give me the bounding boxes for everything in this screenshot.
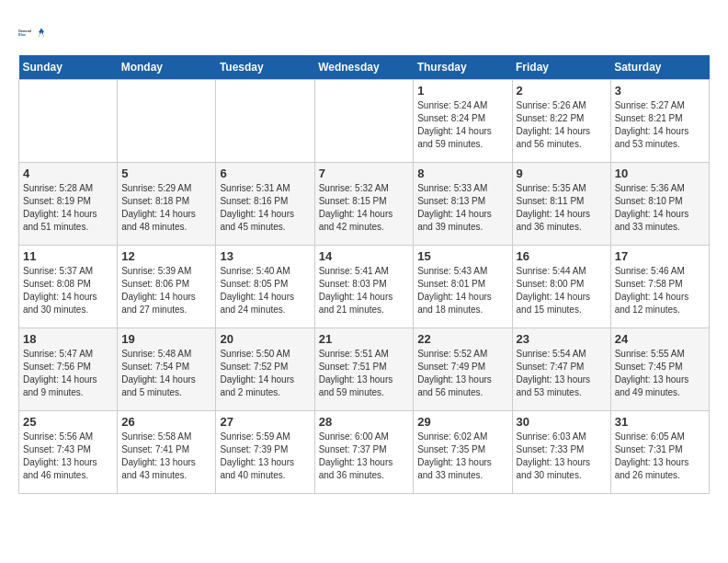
calendar-cell: 12Sunrise: 5:39 AMSunset: 8:06 PMDayligh… <box>118 246 216 328</box>
day-number: 15 <box>417 249 507 263</box>
week-row-2: 4Sunrise: 5:28 AMSunset: 8:19 PMDaylight… <box>19 163 710 246</box>
weekday-header-row: SundayMondayTuesdayWednesdayThursdayFrid… <box>19 55 710 80</box>
day-number: 2 <box>517 84 607 98</box>
day-info: Sunrise: 5:44 AMSunset: 8:00 PMDaylight:… <box>517 265 607 316</box>
calendar-cell: 13Sunrise: 5:40 AMSunset: 8:05 PMDayligh… <box>216 246 314 328</box>
day-info: Sunrise: 5:32 AMSunset: 8:15 PMDaylight:… <box>319 182 410 234</box>
calendar-cell: 5Sunrise: 5:29 AMSunset: 8:18 PMDaylight… <box>118 163 216 246</box>
day-info: Sunrise: 5:28 AMSunset: 8:19 PMDaylight:… <box>23 182 113 234</box>
week-row-5: 25Sunrise: 5:56 AMSunset: 7:43 PMDayligh… <box>19 411 710 494</box>
calendar-cell: 27Sunrise: 5:59 AMSunset: 7:39 PMDayligh… <box>216 411 314 494</box>
day-number: 11 <box>23 249 113 263</box>
calendar-cell: 20Sunrise: 5:50 AMSunset: 7:52 PMDayligh… <box>216 328 314 411</box>
calendar-cell: 24Sunrise: 5:55 AMSunset: 7:45 PMDayligh… <box>610 328 709 411</box>
day-number: 17 <box>615 249 705 263</box>
day-info: Sunrise: 5:43 AMSunset: 8:01 PMDaylight:… <box>417 265 507 316</box>
calendar-cell: 4Sunrise: 5:28 AMSunset: 8:19 PMDaylight… <box>19 163 118 246</box>
day-info: Sunrise: 5:52 AMSunset: 7:49 PMDaylight:… <box>417 348 507 399</box>
day-number: 18 <box>23 332 113 346</box>
calendar-cell: 23Sunrise: 5:54 AMSunset: 7:47 PMDayligh… <box>512 328 610 411</box>
day-number: 23 <box>517 332 607 346</box>
svg-marker-2 <box>39 29 44 37</box>
day-info: Sunrise: 5:35 AMSunset: 8:11 PMDaylight:… <box>517 182 607 234</box>
calendar-cell: 17Sunrise: 5:46 AMSunset: 7:58 PMDayligh… <box>610 246 709 328</box>
calendar-cell: 25Sunrise: 5:56 AMSunset: 7:43 PMDayligh… <box>19 411 118 494</box>
day-number: 31 <box>615 415 705 429</box>
day-info: Sunrise: 5:36 AMSunset: 8:10 PMDaylight:… <box>615 182 705 234</box>
day-number: 1 <box>417 84 507 98</box>
calendar-cell: 31Sunrise: 6:05 AMSunset: 7:31 PMDayligh… <box>610 411 709 494</box>
svg-text:Blue: Blue <box>18 33 26 37</box>
day-number: 26 <box>121 415 211 429</box>
day-number: 12 <box>121 249 211 263</box>
calendar-cell: 29Sunrise: 6:02 AMSunset: 7:35 PMDayligh… <box>414 411 512 494</box>
calendar-cell: 2Sunrise: 5:26 AMSunset: 8:22 PMDaylight… <box>512 80 610 163</box>
day-info: Sunrise: 5:24 AMSunset: 8:24 PMDaylight:… <box>417 99 507 151</box>
calendar-cell: 10Sunrise: 5:36 AMSunset: 8:10 PMDayligh… <box>610 163 709 246</box>
day-number: 25 <box>23 415 113 429</box>
week-row-1: 1Sunrise: 5:24 AMSunset: 8:24 PMDaylight… <box>19 80 710 163</box>
logo-icon: General Blue <box>18 18 46 46</box>
day-number: 14 <box>319 249 410 263</box>
calendar-cell: 14Sunrise: 5:41 AMSunset: 8:03 PMDayligh… <box>314 246 414 328</box>
calendar-cell <box>118 80 216 163</box>
day-info: Sunrise: 5:51 AMSunset: 7:51 PMDaylight:… <box>319 348 410 399</box>
page-header: General Blue <box>18 18 710 46</box>
calendar-cell: 7Sunrise: 5:32 AMSunset: 8:15 PMDaylight… <box>314 163 414 246</box>
day-number: 8 <box>417 167 507 180</box>
calendar-cell: 15Sunrise: 5:43 AMSunset: 8:01 PMDayligh… <box>414 246 512 328</box>
weekday-header-wednesday: Wednesday <box>314 55 414 80</box>
day-info: Sunrise: 5:31 AMSunset: 8:16 PMDaylight:… <box>220 182 310 234</box>
calendar-cell: 6Sunrise: 5:31 AMSunset: 8:16 PMDaylight… <box>216 163 314 246</box>
day-info: Sunrise: 5:48 AMSunset: 7:54 PMDaylight:… <box>121 348 211 399</box>
weekday-header-tuesday: Tuesday <box>216 55 314 80</box>
weekday-header-friday: Friday <box>512 55 610 80</box>
day-number: 20 <box>220 332 310 346</box>
day-number: 3 <box>615 84 705 98</box>
calendar-cell: 26Sunrise: 5:58 AMSunset: 7:41 PMDayligh… <box>118 411 216 494</box>
day-info: Sunrise: 5:39 AMSunset: 8:06 PMDaylight:… <box>121 265 211 316</box>
svg-text:General: General <box>18 29 31 33</box>
calendar-cell: 22Sunrise: 5:52 AMSunset: 7:49 PMDayligh… <box>414 328 512 411</box>
week-row-4: 18Sunrise: 5:47 AMSunset: 7:56 PMDayligh… <box>19 328 710 411</box>
calendar-cell: 21Sunrise: 5:51 AMSunset: 7:51 PMDayligh… <box>314 328 414 411</box>
calendar-cell: 30Sunrise: 6:03 AMSunset: 7:33 PMDayligh… <box>512 411 610 494</box>
day-info: Sunrise: 5:40 AMSunset: 8:05 PMDaylight:… <box>220 265 310 316</box>
day-info: Sunrise: 5:27 AMSunset: 8:21 PMDaylight:… <box>615 99 705 151</box>
calendar-cell <box>216 80 314 163</box>
day-number: 24 <box>615 332 705 346</box>
week-row-3: 11Sunrise: 5:37 AMSunset: 8:08 PMDayligh… <box>19 246 710 328</box>
calendar-cell: 8Sunrise: 5:33 AMSunset: 8:13 PMDaylight… <box>414 163 512 246</box>
day-number: 6 <box>220 167 310 180</box>
day-info: Sunrise: 6:02 AMSunset: 7:35 PMDaylight:… <box>417 431 507 482</box>
day-info: Sunrise: 5:29 AMSunset: 8:18 PMDaylight:… <box>121 182 211 234</box>
calendar-cell <box>314 80 414 163</box>
day-info: Sunrise: 5:47 AMSunset: 7:56 PMDaylight:… <box>23 348 113 399</box>
day-number: 4 <box>23 167 113 180</box>
day-number: 28 <box>319 415 410 429</box>
calendar-cell <box>19 80 118 163</box>
weekday-header-monday: Monday <box>118 55 216 80</box>
day-number: 22 <box>417 332 507 346</box>
day-info: Sunrise: 5:55 AMSunset: 7:45 PMDaylight:… <box>615 348 705 399</box>
day-info: Sunrise: 5:58 AMSunset: 7:41 PMDaylight:… <box>121 431 211 482</box>
calendar-cell: 9Sunrise: 5:35 AMSunset: 8:11 PMDaylight… <box>512 163 610 246</box>
calendar-cell: 3Sunrise: 5:27 AMSunset: 8:21 PMDaylight… <box>610 80 709 163</box>
weekday-header-saturday: Saturday <box>610 55 709 80</box>
day-info: Sunrise: 5:59 AMSunset: 7:39 PMDaylight:… <box>220 431 310 482</box>
calendar-cell: 1Sunrise: 5:24 AMSunset: 8:24 PMDaylight… <box>414 80 512 163</box>
day-number: 27 <box>220 415 310 429</box>
calendar-table: SundayMondayTuesdayWednesdayThursdayFrid… <box>18 55 710 494</box>
day-number: 21 <box>319 332 410 346</box>
calendar-cell: 18Sunrise: 5:47 AMSunset: 7:56 PMDayligh… <box>19 328 118 411</box>
day-info: Sunrise: 5:37 AMSunset: 8:08 PMDaylight:… <box>23 265 113 316</box>
day-info: Sunrise: 5:50 AMSunset: 7:52 PMDaylight:… <box>220 348 310 399</box>
day-number: 5 <box>121 167 211 180</box>
day-info: Sunrise: 6:00 AMSunset: 7:37 PMDaylight:… <box>319 431 410 482</box>
day-number: 13 <box>220 249 310 263</box>
logo: General Blue <box>18 18 46 46</box>
day-number: 30 <box>517 415 607 429</box>
day-number: 29 <box>417 415 507 429</box>
day-info: Sunrise: 5:41 AMSunset: 8:03 PMDaylight:… <box>319 265 410 316</box>
day-number: 16 <box>517 249 607 263</box>
